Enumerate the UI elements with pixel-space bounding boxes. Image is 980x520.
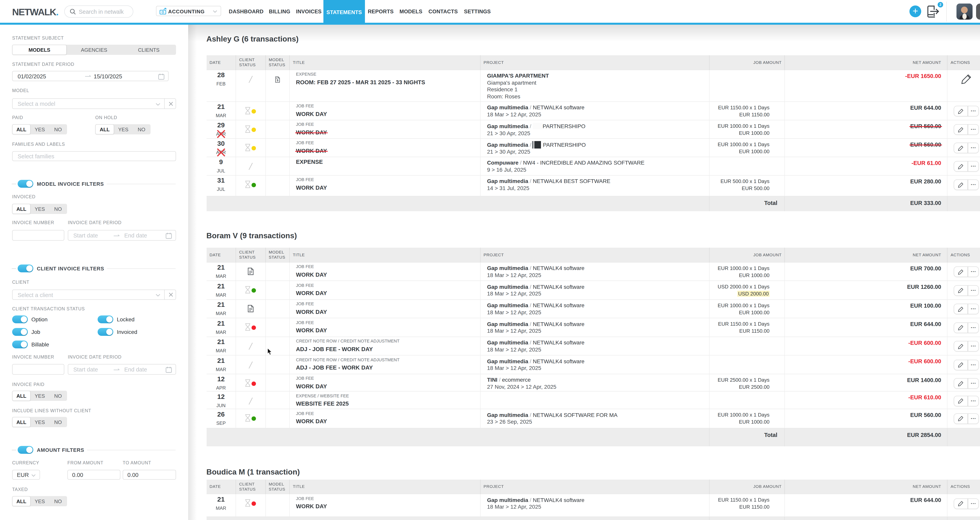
svg-text:$: $ (277, 79, 278, 82)
